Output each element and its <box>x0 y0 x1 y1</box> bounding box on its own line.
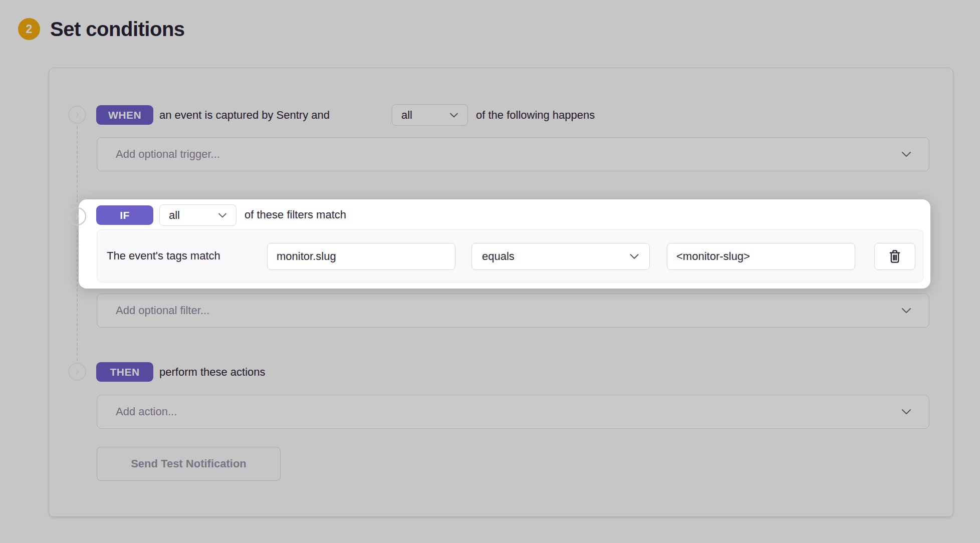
add-action-dropdown[interactable]: Add action... <box>97 395 929 429</box>
page-title: Set conditions <box>50 18 185 41</box>
add-optional-filter-dropdown[interactable]: Add optional filter... <box>97 294 929 328</box>
chevron-down-icon <box>900 405 913 418</box>
delete-filter-button[interactable] <box>874 243 915 270</box>
add-action-placeholder: Add action... <box>116 405 177 418</box>
if-badge: IF <box>96 205 153 225</box>
filter-condition-row: The event's tags match equals <box>97 229 923 283</box>
chevron-down-icon <box>900 148 913 161</box>
filter-match-dropdown[interactable]: equals <box>471 243 650 270</box>
when-all-any-value: all <box>401 109 412 122</box>
if-text-after: of these filters match <box>244 208 346 222</box>
filter-condition-label: The event's tags match <box>107 230 220 282</box>
chevron-right-icon <box>73 111 81 119</box>
if-all-any-value: all <box>169 209 180 222</box>
add-optional-filter-placeholder: Add optional filter... <box>116 304 209 317</box>
chevron-right-icon <box>73 368 81 376</box>
trash-icon <box>887 248 902 264</box>
chevron-right-icon <box>73 212 81 220</box>
filter-value-input[interactable] <box>667 243 855 270</box>
chevron-down-icon <box>628 250 640 262</box>
when-text-before: an event is captured by Sentry and <box>159 108 330 122</box>
add-optional-trigger-dropdown[interactable]: Add optional trigger... <box>97 137 929 171</box>
send-test-notification-button[interactable]: Send Test Notification <box>97 447 281 481</box>
connector-dashed-line <box>77 229 78 361</box>
if-all-any-dropdown[interactable]: all <box>159 204 236 226</box>
step-number-badge: 2 <box>18 18 40 40</box>
then-collapse-chevron-icon[interactable] <box>68 363 86 381</box>
add-optional-trigger-placeholder: Add optional trigger... <box>116 148 220 161</box>
step-number: 2 <box>26 23 33 36</box>
chevron-down-icon <box>217 210 228 221</box>
if-collapse-chevron-icon[interactable] <box>68 207 86 225</box>
filter-match-value: equals <box>482 250 515 263</box>
when-badge: WHEN <box>96 105 153 125</box>
then-text-after: perform these actions <box>159 365 266 379</box>
filter-key-input[interactable] <box>267 243 455 270</box>
if-filters-spotlight-card: IF all of these filters match The event'… <box>79 199 930 289</box>
when-collapse-chevron-icon[interactable] <box>68 106 86 124</box>
chevron-down-icon <box>900 304 913 317</box>
when-text-after: of the following happens <box>476 108 595 122</box>
then-badge: THEN <box>96 362 153 382</box>
chevron-down-icon <box>448 110 459 121</box>
when-all-any-dropdown[interactable]: all <box>392 104 468 126</box>
connector-dashed-line <box>77 126 78 202</box>
